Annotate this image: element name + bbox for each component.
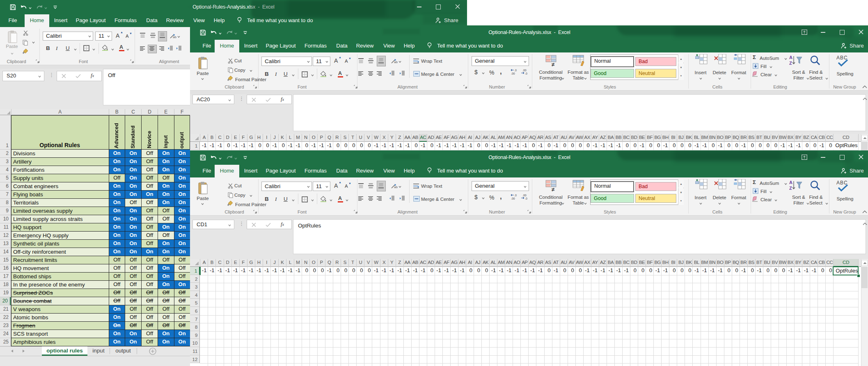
svg-text:ABC: ABC bbox=[836, 180, 848, 186]
svg-text:ab: ab bbox=[394, 185, 398, 189]
svg-text:Z: Z bbox=[789, 61, 792, 66]
svg-text:.00: .00 bbox=[511, 197, 515, 200]
svg-text:.0: .0 bbox=[525, 72, 527, 75]
svg-text:Z: Z bbox=[789, 186, 792, 191]
svg-text:A: A bbox=[789, 55, 792, 60]
svg-text:.0: .0 bbox=[514, 69, 517, 72]
svg-text:.00: .00 bbox=[511, 72, 515, 75]
svg-text:≠: ≠ bbox=[552, 186, 554, 192]
svg-text:.0: .0 bbox=[525, 197, 527, 200]
svg-text:.00: .00 bbox=[522, 69, 527, 72]
svg-text:ab: ab bbox=[394, 60, 398, 64]
svg-text:.00: .00 bbox=[522, 194, 527, 197]
svg-text:≠: ≠ bbox=[552, 61, 554, 67]
svg-text:.0: .0 bbox=[514, 194, 517, 197]
svg-text:ab: ab bbox=[173, 35, 176, 39]
svg-text:A: A bbox=[789, 180, 792, 185]
svg-text:ABC: ABC bbox=[836, 55, 848, 61]
